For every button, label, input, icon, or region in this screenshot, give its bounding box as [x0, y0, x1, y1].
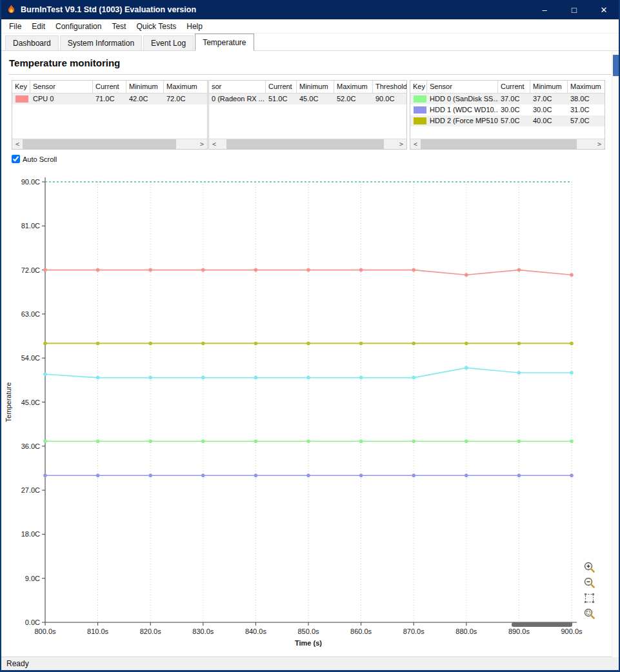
scroll-left-button[interactable]: <: [410, 139, 421, 149]
cell-minimum: 42.0C: [126, 94, 164, 104]
svg-text:850.0s: 850.0s: [297, 628, 319, 635]
zoom-selection-icon: [583, 592, 595, 604]
close-button[interactable]: ✕: [589, 0, 619, 19]
auto-scroll-checkbox[interactable]: [12, 155, 20, 163]
column-header-key[interactable]: Key: [410, 81, 427, 93]
svg-text:800.0s: 800.0s: [34, 628, 56, 635]
table-row-hdd0[interactable]: HDD 0 (SanDisk SS... 37.0C 37.0C 38.0C: [410, 94, 605, 104]
menu-edit[interactable]: Edit: [26, 20, 50, 33]
cell-minimum: 45.0C: [297, 94, 334, 104]
status-text: Ready: [6, 659, 29, 668]
scroll-right-button[interactable]: >: [396, 139, 406, 149]
page-vscrollbar-thumb[interactable]: [613, 55, 619, 76]
column-header-current[interactable]: Current: [266, 81, 297, 93]
column-header-key[interactable]: Key: [12, 81, 30, 93]
menu-file[interactable]: File: [4, 20, 26, 33]
svg-text:900.0s: 900.0s: [561, 628, 583, 635]
column-header-current[interactable]: Current: [498, 81, 530, 93]
column-header-sensor[interactable]: sor: [209, 81, 266, 93]
cell-sensor: 0 (Radeon RX ...: [209, 94, 266, 104]
svg-text:90.0C: 90.0C: [21, 178, 40, 186]
table-row-hdd2[interactable]: HDD 2 (Force MP510) 57.0C 40.0C 57.0C: [410, 115, 605, 126]
tab-temperature[interactable]: Temperature: [195, 34, 254, 51]
tab-dashboard[interactable]: Dashboard: [5, 35, 59, 50]
cell-key: [12, 94, 30, 104]
page-vscrollbar[interactable]: [612, 51, 619, 657]
svg-text:830.0s: 830.0s: [192, 628, 214, 635]
zoom-selection-button[interactable]: [583, 592, 595, 604]
svg-text:0.0C: 0.0C: [25, 618, 40, 626]
tab-event-log[interactable]: Event Log: [143, 35, 194, 50]
cell-key: [410, 94, 427, 104]
zoom-in-button[interactable]: [583, 561, 595, 573]
column-header-maximum[interactable]: Maximum: [334, 81, 373, 93]
svg-text:820.0s: 820.0s: [140, 628, 162, 635]
maximize-button[interactable]: □: [559, 0, 589, 19]
table-row-gpu0[interactable]: 0 (Radeon RX ... 51.0C 45.0C 52.0C 90.0C: [209, 94, 406, 104]
svg-text:890.0s: 890.0s: [508, 628, 530, 635]
menu-configuration[interactable]: Configuration: [50, 20, 106, 33]
sensor-table-hdd: Key Sensor Current Minimum Maximum HDD 0…: [410, 80, 605, 150]
scroll-left-button[interactable]: <: [209, 139, 219, 149]
menu-test[interactable]: Test: [106, 20, 131, 33]
scrollbar-track[interactable]: [23, 139, 197, 149]
scrollbar-thumb[interactable]: [421, 139, 577, 149]
statusbar: Ready: [1, 657, 619, 670]
titlebar[interactable]: BurnInTest V9.1 Std (1003) Evaluation ve…: [1, 0, 619, 19]
column-header-minimum[interactable]: Minimum: [126, 81, 164, 93]
page-title: Temperature monitoring: [9, 57, 611, 75]
svg-text:810.0s: 810.0s: [87, 628, 109, 635]
table-hscrollbar[interactable]: < >: [410, 139, 605, 149]
column-header-maximum[interactable]: Maximum: [568, 81, 605, 93]
table-row-cpu0[interactable]: CPU 0 71.0C 42.0C 72.0C: [12, 94, 207, 104]
scroll-right-button[interactable]: >: [594, 139, 605, 149]
chart-hscrollbar-thumb[interactable]: [512, 622, 572, 627]
key-swatch: [15, 95, 28, 103]
column-header-sensor[interactable]: Sensor: [30, 81, 93, 93]
cell-current: 57.0C: [498, 115, 530, 126]
zoom-out-button[interactable]: [583, 577, 595, 589]
auto-scroll-label[interactable]: Auto Scroll: [23, 155, 57, 163]
zoom-out-icon: [583, 577, 595, 589]
column-header-sensor[interactable]: Sensor: [427, 81, 498, 93]
column-header-minimum[interactable]: Minimum: [297, 81, 334, 93]
scrollbar-track[interactable]: [219, 139, 396, 149]
column-header-minimum[interactable]: Minimum: [530, 81, 568, 93]
svg-text:9.0C: 9.0C: [25, 575, 40, 582]
chart-zoom-toolbar: [583, 561, 595, 620]
temperature-chart[interactable]: 90.0C81.0C72.0C63.0C54.0C45.0C36.0C27.0C…: [1, 166, 612, 653]
svg-text:880.0s: 880.0s: [455, 628, 477, 635]
zoom-reset-button[interactable]: [583, 608, 595, 620]
cell-maximum: 52.0C: [334, 94, 373, 104]
scroll-left-button[interactable]: <: [12, 139, 23, 149]
column-header-current[interactable]: Current: [93, 81, 126, 93]
tab-system-information[interactable]: System Information: [60, 35, 142, 50]
window-controls: – □ ✕: [530, 0, 619, 19]
sensor-table-hdd-body: Key Sensor Current Minimum Maximum HDD 0…: [410, 81, 605, 139]
temperature-page: Temperature monitoring Key Sensor Curren…: [1, 51, 619, 657]
scrollbar-thumb[interactable]: [226, 139, 384, 149]
table-row-hdd1[interactable]: HDD 1 (WDC WD10... 30.0C 30.0C 31.0C: [410, 104, 605, 115]
cell-maximum: 31.0C: [568, 104, 605, 115]
table-hscrollbar[interactable]: < >: [209, 139, 406, 149]
menu-quick-tests[interactable]: Quick Tests: [131, 20, 181, 33]
scrollbar-track[interactable]: [421, 139, 594, 149]
cell-minimum: 37.0C: [530, 94, 568, 104]
sensor-table-cpu-body: Key Sensor Current Minimum Maximum CPU 0…: [12, 81, 207, 139]
tab-strip: Dashboard System Information Event Log T…: [1, 34, 619, 51]
scrollbar-thumb[interactable]: [23, 139, 176, 149]
app-window: BurnInTest V9.1 Std (1003) Evaluation ve…: [0, 0, 620, 672]
column-header-maximum[interactable]: Maximum: [164, 81, 207, 93]
svg-text:840.0s: 840.0s: [245, 628, 267, 635]
scroll-right-button[interactable]: >: [197, 139, 207, 149]
svg-text:81.0C: 81.0C: [21, 222, 40, 230]
flame-icon: [6, 5, 16, 15]
cell-current: 51.0C: [266, 94, 297, 104]
svg-text:27.0C: 27.0C: [21, 486, 40, 494]
menu-help[interactable]: Help: [181, 20, 208, 33]
minimize-button[interactable]: –: [530, 0, 559, 19]
column-header-threshold[interactable]: Threshold: [373, 81, 406, 93]
table-header: Key Sensor Current Minimum Maximum: [410, 81, 605, 94]
cell-sensor: HDD 2 (Force MP510): [427, 115, 498, 126]
table-hscrollbar[interactable]: < >: [12, 139, 207, 149]
